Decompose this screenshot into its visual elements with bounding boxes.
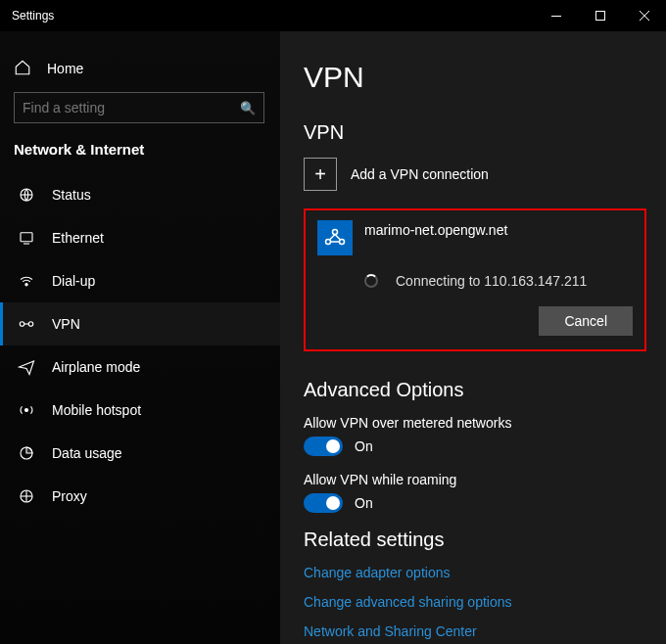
- advanced-options-heading: Advanced Options: [304, 379, 646, 401]
- related-links: Change adapter options Change advanced s…: [304, 565, 646, 639]
- sidebar-item-data-usage[interactable]: Data usage: [0, 432, 280, 475]
- sidebar-item-airplane[interactable]: Airplane mode: [0, 345, 280, 389]
- svg-point-8: [25, 284, 27, 286]
- home-link[interactable]: Home: [0, 51, 280, 92]
- sidebar-item-label: VPN: [52, 316, 80, 332]
- plus-icon: +: [304, 158, 337, 191]
- home-label: Home: [47, 61, 83, 76]
- data-usage-icon: [17, 444, 36, 462]
- minimize-button[interactable]: [534, 0, 578, 31]
- sidebar-item-status[interactable]: Status: [0, 173, 280, 216]
- link-sharing-options[interactable]: Change advanced sharing options: [304, 594, 646, 610]
- proxy-icon: [17, 487, 36, 505]
- svg-line-21: [335, 235, 341, 241]
- vpn-connection-name: marimo-net.opengw.net: [364, 222, 507, 238]
- related-settings-heading: Related settings: [304, 529, 646, 551]
- svg-point-12: [25, 409, 28, 412]
- svg-point-18: [326, 240, 331, 245]
- spinner-icon: [364, 274, 378, 288]
- hotspot-icon: [17, 401, 36, 419]
- vpn-connection-icon: [317, 220, 353, 255]
- svg-line-20: [330, 235, 336, 241]
- sidebar-item-label: Proxy: [52, 488, 87, 504]
- sidebar-category: Network & Internet: [0, 137, 280, 173]
- section-heading: VPN: [304, 121, 646, 144]
- vpn-connection-card[interactable]: marimo-net.opengw.net Connecting to 110.…: [304, 208, 646, 351]
- svg-rect-1: [595, 12, 604, 21]
- dialup-icon: [17, 272, 36, 290]
- sidebar-nav: Status Ethernet Dial-up VPN: [0, 173, 280, 518]
- vpn-icon: [17, 315, 36, 333]
- window-controls: [534, 0, 666, 31]
- home-icon: [14, 59, 33, 78]
- sidebar: Home 🔍 Network & Internet Status Etherne…: [0, 31, 280, 644]
- toggle-roaming[interactable]: [304, 493, 343, 513]
- add-vpn-row[interactable]: + Add a VPN connection: [304, 158, 646, 191]
- vpn-connection-status: Connecting to 110.163.147.211: [396, 273, 587, 289]
- sidebar-item-vpn[interactable]: VPN: [0, 302, 280, 345]
- svg-rect-6: [21, 233, 32, 242]
- search-input[interactable]: 🔍: [14, 92, 264, 123]
- sidebar-item-label: Ethernet: [52, 230, 104, 246]
- sidebar-item-hotspot[interactable]: Mobile hotspot: [0, 389, 280, 432]
- airplane-icon: [17, 358, 36, 376]
- toggle-metered[interactable]: [304, 437, 343, 456]
- svg-point-17: [333, 230, 338, 235]
- title-bar: Settings: [0, 0, 666, 31]
- sidebar-item-dialup[interactable]: Dial-up: [0, 259, 280, 302]
- main-content: VPN VPN + Add a VPN connection marimo-ne…: [280, 31, 666, 644]
- cancel-button[interactable]: Cancel: [539, 306, 633, 336]
- sidebar-item-proxy[interactable]: Proxy: [0, 475, 280, 518]
- svg-point-10: [28, 322, 33, 327]
- search-icon: 🔍: [240, 101, 256, 115]
- status-icon: [17, 186, 36, 204]
- option-label: Allow VPN over metered networks: [304, 415, 646, 431]
- ethernet-icon: [17, 229, 36, 247]
- svg-point-9: [20, 322, 24, 327]
- sidebar-item-ethernet[interactable]: Ethernet: [0, 216, 280, 259]
- sidebar-item-label: Dial-up: [52, 273, 95, 289]
- link-network-center[interactable]: Network and Sharing Center: [304, 623, 646, 639]
- toggle-state: On: [355, 495, 373, 511]
- sidebar-item-label: Airplane mode: [52, 359, 140, 375]
- add-vpn-label: Add a VPN connection: [351, 166, 489, 182]
- sidebar-item-label: Status: [52, 187, 91, 203]
- close-button[interactable]: [622, 0, 666, 31]
- toggle-state: On: [355, 438, 373, 454]
- option-metered: Allow VPN over metered networks On: [304, 415, 646, 456]
- svg-point-19: [340, 240, 345, 245]
- option-roaming: Allow VPN while roaming On: [304, 472, 646, 513]
- window-title: Settings: [12, 9, 54, 23]
- sidebar-item-label: Mobile hotspot: [52, 402, 141, 418]
- sidebar-item-label: Data usage: [52, 445, 122, 461]
- link-adapter-options[interactable]: Change adapter options: [304, 565, 646, 580]
- maximize-button[interactable]: [578, 0, 622, 31]
- page-title: VPN: [304, 61, 646, 94]
- search-field[interactable]: [23, 100, 240, 115]
- option-label: Allow VPN while roaming: [304, 472, 646, 487]
